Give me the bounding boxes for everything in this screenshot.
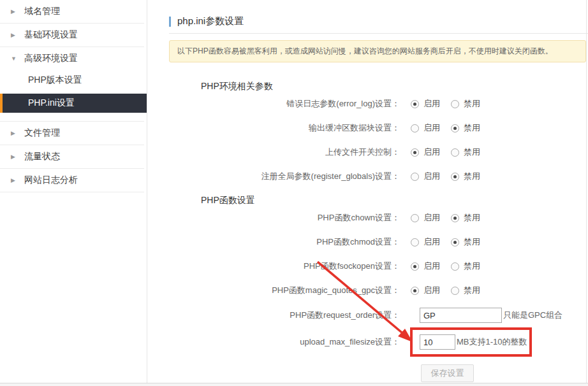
main-content: php.ini参数设置 以下PHP函数容易被黑客利用，或造成网站访问慢，建议咨询…	[147, 0, 588, 383]
radio-option-enable[interactable]: 启用	[411, 285, 440, 296]
sidebar-item[interactable]: ▶流量状态	[0, 145, 147, 168]
radio-group-wrap: 启用禁用	[411, 98, 491, 110]
upload-max-filesize-input[interactable]	[420, 334, 455, 350]
radio-icon[interactable]	[451, 214, 459, 222]
field-label: PHP函数fsockopen设置：	[147, 261, 400, 272]
radio-icon[interactable]	[411, 262, 419, 271]
settings-form: PHP环境相关参数错误日志参数(error_log)设置：启用禁用输出缓冲区数据…	[147, 81, 588, 356]
field-label: 错误日志参数(error_log)设置：	[147, 98, 400, 110]
radio-icon[interactable]	[451, 124, 459, 132]
sidebar-divider	[0, 192, 144, 192]
radio-option-label: 启用	[423, 122, 440, 134]
sidebar-subitem[interactable]: PHP.ini设置	[0, 94, 147, 113]
radio-option-disable[interactable]: 禁用	[451, 212, 480, 224]
request-order-input[interactable]	[420, 308, 502, 323]
radio-option-disable[interactable]: 禁用	[451, 236, 480, 248]
field-label: 输出缓冲区数据块设置：	[147, 122, 400, 134]
radio-option-enable[interactable]: 启用	[411, 212, 440, 224]
radio-option-label: 启用	[423, 212, 440, 224]
radio-option-disable[interactable]: 禁用	[451, 122, 480, 134]
page-bottom-edge	[0, 383, 588, 386]
radio-row: PHP函数magic_quotes_gpc设置：启用禁用	[147, 278, 588, 303]
radio-option-label: 禁用	[464, 171, 480, 182]
save-row: 保存设置	[421, 364, 588, 382]
sidebar-item-label: 流量状态	[24, 151, 60, 162]
sidebar-item[interactable]: ▶网站日志分析	[0, 169, 147, 192]
radio-option-disable[interactable]: 禁用	[451, 285, 480, 296]
save-button[interactable]: 保存设置	[421, 364, 474, 382]
radio-group-wrap: 启用禁用	[411, 261, 491, 272]
sidebar-item-label: 高级环境设置	[24, 53, 78, 64]
radio-row: PHP函数fsockopen设置：启用禁用	[147, 254, 588, 278]
radio-icon[interactable]	[411, 173, 419, 181]
radio-option-label: 禁用	[464, 285, 480, 296]
section-heading: PHP函数设置	[201, 195, 588, 206]
radio-option-enable[interactable]: 启用	[411, 261, 440, 272]
header-divider	[169, 33, 588, 34]
field-label: upload_max_filesize设置：	[147, 336, 400, 348]
field-hint: 只能是GPC组合	[503, 310, 562, 321]
radio-icon[interactable]	[411, 124, 419, 132]
sidebar-item[interactable]: ▶文件管理	[0, 122, 147, 145]
section-heading: PHP环境相关参数	[201, 81, 588, 92]
radio-icon[interactable]	[411, 238, 419, 247]
radio-icon[interactable]	[411, 100, 419, 108]
sidebar-menu: ▶域名管理▶基础环境设置▼高级环境设置PHP版本设置PHP.ini设置▶文件管理…	[0, 0, 147, 192]
radio-icon[interactable]	[451, 287, 459, 295]
sidebar-item[interactable]: ▶基础环境设置	[0, 24, 147, 46]
chevron-down-icon: ▼	[11, 55, 18, 62]
radio-group-wrap: 启用禁用	[411, 171, 491, 182]
radio-icon[interactable]	[411, 287, 419, 295]
radio-group-wrap: 启用禁用	[411, 122, 491, 134]
sidebar-item-label: 文件管理	[24, 127, 60, 139]
radio-option-enable[interactable]: 启用	[411, 236, 440, 248]
radio-icon[interactable]	[451, 173, 459, 181]
radio-option-label: 禁用	[464, 147, 480, 158]
field-label: 上传文件开关控制：	[147, 147, 400, 158]
radio-icon[interactable]	[411, 214, 419, 222]
sidebar-item-label: 基础环境设置	[24, 29, 78, 41]
radio-option-label: 禁用	[464, 122, 480, 134]
radio-icon[interactable]	[451, 262, 459, 271]
sidebar-item[interactable]: ▼高级环境设置	[0, 47, 147, 70]
radio-group-wrap: 启用禁用	[411, 285, 491, 296]
radio-row: 注册全局参数(register_globals)设置：启用禁用	[147, 164, 588, 189]
field-label: PHP函数request_order设置：	[147, 310, 400, 321]
field-label: PHP函数chown设置：	[147, 212, 400, 224]
radio-option-disable[interactable]: 禁用	[451, 147, 480, 158]
radio-option-label: 启用	[423, 98, 440, 110]
field-hint: MB支持1-10的整数	[457, 336, 527, 348]
radio-group-wrap: 启用禁用	[411, 212, 491, 224]
radio-icon[interactable]	[451, 148, 459, 157]
radio-row: 错误日志参数(error_log)设置：启用禁用	[147, 92, 588, 116]
radio-option-enable[interactable]: 启用	[411, 122, 440, 134]
radio-option-label: 禁用	[464, 261, 480, 272]
radio-option-enable[interactable]: 启用	[411, 147, 440, 158]
radio-option-label: 启用	[423, 171, 440, 182]
sidebar-item[interactable]: ▶域名管理	[0, 0, 147, 23]
text-input-wrap: 只能是GPC组合	[420, 308, 562, 323]
radio-option-disable[interactable]: 禁用	[451, 261, 480, 272]
radio-option-disable[interactable]: 禁用	[451, 98, 480, 110]
radio-option-enable[interactable]: 启用	[411, 171, 440, 182]
sidebar-item-label: 域名管理	[24, 6, 60, 17]
radio-option-label: 启用	[423, 285, 440, 296]
chevron-right-icon: ▶	[11, 177, 18, 183]
radio-option-label: 禁用	[464, 98, 480, 110]
radio-group-wrap: 启用禁用	[411, 147, 491, 158]
radio-icon[interactable]	[451, 238, 459, 247]
radio-icon[interactable]	[411, 148, 419, 157]
radio-option-label: 禁用	[464, 236, 480, 248]
field-label: 注册全局参数(register_globals)设置：	[147, 171, 400, 182]
sidebar: ▶域名管理▶基础环境设置▼高级环境设置PHP版本设置PHP.ini设置▶文件管理…	[0, 0, 147, 383]
page-title: php.ini参数设置	[177, 15, 244, 27]
field-label: PHP函数magic_quotes_gpc设置：	[147, 285, 400, 296]
chevron-right-icon: ▶	[11, 32, 18, 38]
sidebar-subitem[interactable]: PHP版本设置	[0, 70, 147, 90]
radio-group-wrap: 启用禁用	[411, 236, 491, 248]
warning-banner-text: 以下PHP函数容易被黑客利用，或造成网站访问慢，建议咨询您的网站服务商后开启，不…	[177, 46, 553, 55]
radio-option-label: 启用	[423, 261, 440, 272]
radio-option-enable[interactable]: 启用	[411, 98, 440, 110]
radio-option-disable[interactable]: 禁用	[451, 171, 480, 182]
radio-icon[interactable]	[451, 100, 459, 108]
